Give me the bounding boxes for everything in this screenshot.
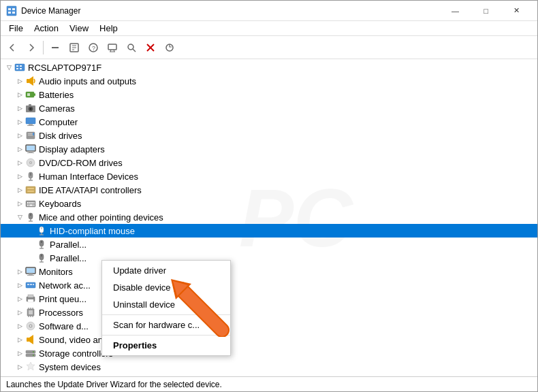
tree-item-storage[interactable]: ▷ Storage controllers <box>1 346 537 360</box>
svg-rect-73 <box>41 241 42 243</box>
tree-item-monitors[interactable]: ▷ Monitors <box>1 265 537 278</box>
storage-icon <box>25 348 36 359</box>
svg-rect-12 <box>108 44 116 50</box>
tree-item-audio[interactable]: ▷ Audio inputs and outputs <box>1 74 537 88</box>
tree-item-hid-mouse[interactable]: ▷ HID-compliant mouse <box>1 224 537 238</box>
help-button[interactable]: ? <box>84 39 102 56</box>
svg-rect-30 <box>27 93 30 96</box>
remove-button[interactable] <box>142 39 159 56</box>
update-button[interactable] <box>161 39 178 56</box>
ide-label: IDE ATA/ATAPI controllers <box>39 185 142 195</box>
properties-button[interactable] <box>65 39 83 56</box>
context-scan-hardware[interactable]: Scan for hardware c... <box>102 316 230 333</box>
context-update-driver[interactable]: Update driver <box>102 262 230 279</box>
computer-button[interactable] <box>104 39 121 56</box>
tree-item-network[interactable]: ▷ Network ac... <box>1 278 537 292</box>
ide-icon <box>25 184 36 195</box>
svg-rect-23 <box>20 65 22 67</box>
tree-item-parallel2[interactable]: ▷ Parallel... <box>1 251 537 265</box>
mice-expand[interactable]: ▽ <box>14 212 25 223</box>
tree-item-processors[interactable]: ▷ Processors <box>1 306 537 319</box>
tree-item-software[interactable]: ▷ Software d... <box>1 319 537 333</box>
batteries-expand[interactable]: ▷ <box>14 89 25 100</box>
title-bar: Device Manager — □ ✕ <box>1 1 537 21</box>
print-expand[interactable]: ▷ <box>14 293 25 304</box>
monitors-expand[interactable]: ▷ <box>14 266 25 277</box>
tree-item-mice[interactable]: ▽ Mice and other pointing devices <box>1 210 537 224</box>
svg-rect-53 <box>26 186 35 193</box>
tree-item-cameras[interactable]: ▷ Cameras <box>1 101 537 115</box>
svg-rect-3 <box>8 12 11 14</box>
tree-item-batteries[interactable]: ▷ Batteries <box>1 88 537 101</box>
tree-item-display[interactable]: ▷ Display adapters <box>1 142 537 156</box>
tree-container[interactable]: PC ▽ RCSLAPTOP971F ▷ <box>1 59 537 376</box>
ide-expand[interactable]: ▷ <box>14 184 25 195</box>
toolbar-sep-1 <box>43 41 44 54</box>
tree-item-keyboards[interactable]: ▷ Keyboards <box>1 197 537 210</box>
back-button[interactable] <box>3 39 21 56</box>
hid-expand[interactable]: ▷ <box>14 171 25 182</box>
tree-item-dvd[interactable]: ▷ DVD/CD-ROM drives <box>1 156 537 169</box>
svg-rect-62 <box>29 205 33 206</box>
processors-expand[interactable]: ▷ <box>14 307 25 318</box>
svg-rect-77 <box>41 255 42 257</box>
collapse-button[interactable] <box>46 39 64 56</box>
menu-file[interactable]: File <box>3 22 29 35</box>
svg-rect-82 <box>29 274 33 275</box>
software-expand[interactable]: ▷ <box>14 321 25 331</box>
svg-rect-65 <box>30 214 31 216</box>
storage-expand[interactable]: ▷ <box>14 348 25 359</box>
keyboards-expand[interactable]: ▷ <box>14 198 25 209</box>
tree-item-disk[interactable]: ▷ Disk drives <box>1 129 537 142</box>
minimize-button[interactable]: — <box>440 1 471 21</box>
context-uninstall-device[interactable]: Uninstall device <box>102 296 230 313</box>
disk-expand[interactable]: ▷ <box>14 130 25 141</box>
close-button[interactable]: ✕ <box>501 1 532 21</box>
audio-expand[interactable]: ▷ <box>14 76 25 86</box>
root-expand[interactable]: ▽ <box>3 62 14 73</box>
tree-item-usb[interactable]: ▷ Universal Serial Bus controllers <box>1 374 537 376</box>
system-expand[interactable]: ▷ <box>14 361 25 372</box>
tree-item-computer[interactable]: ▷ Computer <box>1 115 537 129</box>
tree-item-parallel1[interactable]: ▷ Parallel... <box>1 238 537 251</box>
svg-rect-63 <box>33 205 35 206</box>
svg-rect-26 <box>27 79 29 83</box>
hid-mouse-icon <box>36 225 47 236</box>
dvd-expand[interactable]: ▷ <box>14 157 25 168</box>
sound-icon <box>25 334 36 345</box>
cameras-expand[interactable]: ▷ <box>14 103 25 114</box>
batteries-icon <box>25 89 36 100</box>
software-icon <box>25 321 36 331</box>
usb-expand[interactable]: ▷ <box>14 375 25 376</box>
tree-root[interactable]: ▽ RCSLAPTOP971F <box>1 61 537 74</box>
print-icon <box>25 293 36 304</box>
display-expand[interactable]: ▷ <box>14 144 25 154</box>
tree-item-sound[interactable]: ▷ Sound, video and game controllers <box>1 333 537 346</box>
menu-bar: File Action View Help <box>1 21 537 36</box>
context-disable-device[interactable]: Disable device <box>102 279 230 296</box>
network-expand[interactable]: ▷ <box>14 280 25 291</box>
svg-rect-87 <box>33 284 34 285</box>
context-properties[interactable]: Properties <box>102 337 230 354</box>
tree-item-ide[interactable]: ▷ IDE ATA/ATAPI controllers <box>1 183 537 197</box>
hid-label: Human Interface Devices <box>39 172 138 182</box>
menu-help[interactable]: Help <box>94 22 123 35</box>
context-menu: Update driver Disable device Uninstall d… <box>101 260 231 356</box>
svg-rect-81 <box>27 268 35 273</box>
computer-expand[interactable]: ▷ <box>14 116 25 127</box>
computer-icon <box>25 116 36 127</box>
parallel2-icon <box>36 252 47 263</box>
scan-button[interactable] <box>123 39 140 56</box>
forward-button[interactable] <box>22 39 40 56</box>
maximize-button[interactable]: □ <box>471 1 501 21</box>
svg-rect-61 <box>27 205 29 206</box>
menu-action[interactable]: Action <box>29 22 64 35</box>
svg-rect-37 <box>27 125 34 126</box>
device-manager-window: Device Manager — □ ✕ File Action View He… <box>0 0 538 392</box>
tree-item-system[interactable]: ▷ System devices <box>1 360 537 374</box>
tree-item-hid[interactable]: ▷ Human Interface Devices <box>1 169 537 183</box>
sound-expand[interactable]: ▷ <box>14 334 25 345</box>
tree-item-print[interactable]: ▷ Print queu... <box>1 292 537 306</box>
keyboards-icon <box>25 198 36 209</box>
menu-view[interactable]: View <box>64 22 94 35</box>
